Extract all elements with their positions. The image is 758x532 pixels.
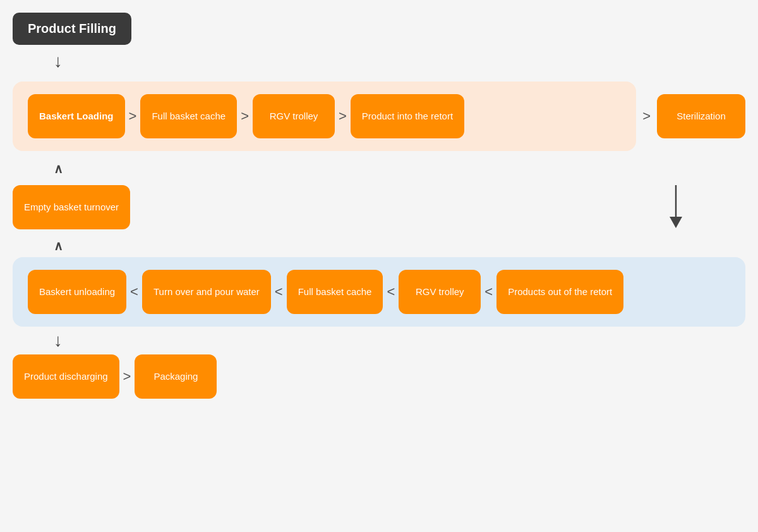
header-title: Product Filling: [28, 21, 116, 35]
product-filling-header: Product Filling: [13, 13, 131, 45]
basket-loading-box[interactable]: Baskert Loading: [28, 94, 125, 138]
full-basket-cache-2-box[interactable]: Full basket cache: [287, 270, 383, 314]
middle-section: Empty basket turnover: [13, 179, 745, 236]
sterilization-box[interactable]: Sterilization: [657, 94, 745, 138]
arrow-right-to-sterilization: >: [636, 108, 657, 124]
arrow-up-1: ∧: [13, 162, 745, 175]
arrow-right-3: >: [335, 108, 351, 124]
row-2: Baskert unloading < Turn over and pour w…: [28, 270, 730, 314]
bottom-blue-section: Baskert unloading < Turn over and pour w…: [13, 257, 745, 327]
rgv-trolley-2-box[interactable]: RGV trolley: [399, 270, 481, 314]
arrow-left-4: <: [481, 284, 496, 300]
row-3: Product discharging > Packaging: [13, 354, 745, 399]
top-section-wrapper: Baskert Loading > Full basket cache > RG…: [13, 75, 745, 157]
header-area: Product Filling: [13, 13, 745, 45]
top-orange-section: Baskert Loading > Full basket cache > RG…: [13, 82, 636, 151]
arrow-right-1: >: [125, 108, 141, 124]
product-discharging-box[interactable]: Product discharging: [13, 354, 119, 399]
svg-marker-1: [670, 217, 682, 228]
empty-basket-turnover-box[interactable]: Empty basket turnover: [13, 185, 130, 229]
packaging-box[interactable]: Packaging: [135, 354, 217, 399]
basket-unloading-box[interactable]: Baskert unloading: [28, 270, 126, 314]
arrow-down-1: ↓: [13, 52, 745, 70]
arrow-down-2: ↓: [13, 332, 745, 349]
product-into-retort-box[interactable]: Product into the retort: [351, 94, 464, 138]
rgv-trolley-1-box[interactable]: RGV trolley: [253, 94, 335, 138]
arrow-left-2: <: [271, 284, 287, 300]
products-out-retort-box[interactable]: Products out of the retort: [496, 270, 623, 314]
arrow-up-2: ∧: [13, 239, 745, 252]
arrow-left-3: <: [383, 284, 399, 300]
row-1: Baskert Loading > Full basket cache > RG…: [28, 94, 621, 138]
page-container: Product Filling ↓ Baskert Loading > Full…: [13, 13, 745, 399]
down-arrow-svg: [666, 185, 685, 229]
arrow-right-2: >: [237, 108, 253, 124]
arrow-left-1: <: [126, 284, 142, 300]
arrow-right-to-packaging: >: [119, 368, 135, 385]
arrow-down-right: [666, 185, 745, 229]
full-basket-cache-1-box[interactable]: Full basket cache: [140, 94, 237, 138]
turn-over-pour-box[interactable]: Turn over and pour water: [142, 270, 271, 314]
